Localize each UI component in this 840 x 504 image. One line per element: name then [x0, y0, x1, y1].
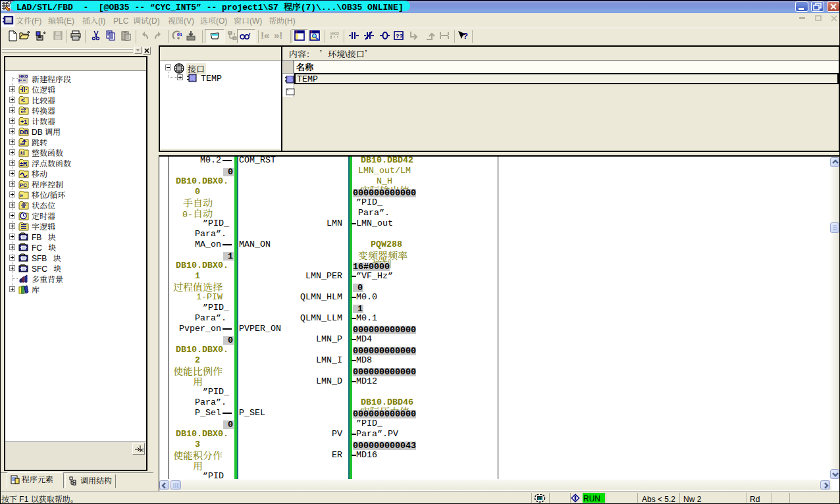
svg-text:»: » [20, 192, 23, 199]
svg-text:<: < [140, 447, 144, 453]
svg-text:PC: PC [20, 182, 27, 188]
svg-text:?: ? [463, 31, 468, 41]
svg-text:HKO: HKO [330, 32, 339, 36]
svg-text:±R: ±R [20, 161, 28, 167]
svg-text:DB: DB [20, 129, 28, 136]
svg-text:??: ?? [396, 33, 403, 39]
svg-text:S1: S1 [538, 497, 543, 501]
svg-text:<: < [21, 97, 25, 104]
svg-text:01: 01 [177, 32, 182, 37]
svg-text:±I: ±I [20, 150, 24, 157]
svg-text:!«: !« [261, 30, 269, 41]
svg-text:HKO: HKO [19, 74, 28, 78]
svg-text:»!: »! [274, 30, 282, 41]
svg-text:+1: +1 [20, 118, 27, 125]
